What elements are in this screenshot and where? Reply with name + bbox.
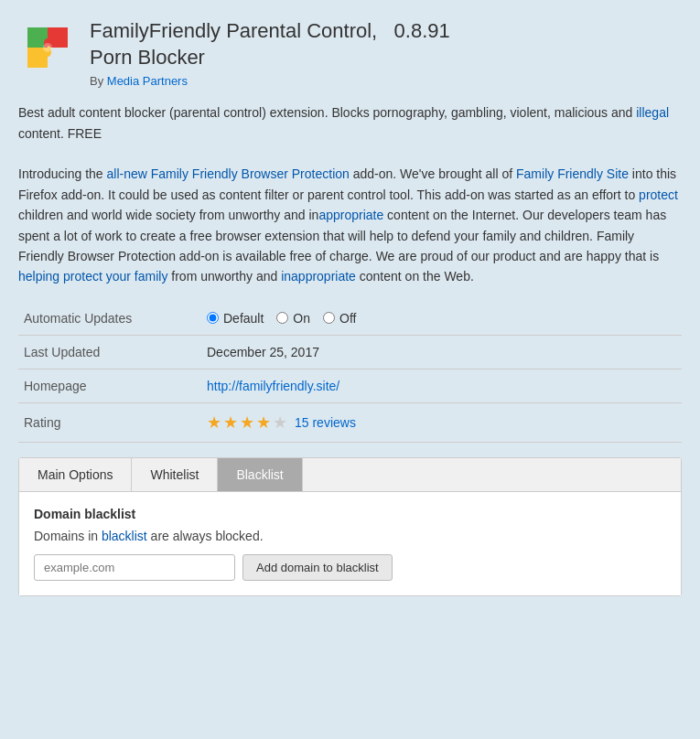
- radio-default-input[interactable]: [207, 312, 219, 324]
- tab-main-options[interactable]: Main Options: [19, 458, 132, 491]
- rating-row: Rating ★ ★ ★ ★ ★ 15 reviews: [18, 402, 682, 442]
- author-line: By Media Partners: [90, 74, 450, 88]
- radio-on[interactable]: On: [276, 311, 310, 326]
- author-link[interactable]: Media Partners: [107, 74, 188, 88]
- header: FamilyFriendly Parental Control, 0.8.91P…: [18, 18, 682, 88]
- homepage-value: http://familyfriendly.site/: [201, 369, 682, 402]
- highlight-helping: helping protect your family: [18, 269, 167, 284]
- tab-blacklist[interactable]: Blacklist: [218, 458, 302, 491]
- radio-off-input[interactable]: [323, 312, 335, 324]
- tab-content-blacklist: Domain blacklist Domains in blacklist ar…: [19, 492, 681, 595]
- auto-updates-radio-group: Default On Off: [207, 311, 676, 326]
- tab-whitelist[interactable]: Whitelist: [132, 458, 218, 491]
- tabs-container: Main Options Whitelist Blacklist Domain …: [18, 457, 682, 596]
- radio-default[interactable]: Default: [207, 311, 264, 326]
- domain-blacklist-title: Domain blacklist: [34, 507, 666, 521]
- radio-on-label: On: [293, 311, 310, 326]
- radio-off[interactable]: Off: [323, 311, 356, 326]
- info-table: Automatic Updates Default On Off Last Up…: [18, 302, 682, 443]
- homepage-label: Homepage: [18, 369, 201, 402]
- tabs-header: Main Options Whitelist Blacklist: [19, 458, 681, 492]
- homepage-link[interactable]: http://familyfriendly.site/: [207, 379, 339, 393]
- highlight-protect: protect: [639, 187, 678, 202]
- rating-value: ★ ★ ★ ★ ★ 15 reviews: [201, 402, 682, 442]
- radio-on-input[interactable]: [276, 312, 288, 324]
- auto-updates-row: Automatic Updates Default On Off: [18, 302, 682, 336]
- highlight-site: Family Friendly Site: [516, 166, 629, 181]
- radio-off-label: Off: [339, 311, 356, 326]
- star-5: ★: [273, 412, 287, 433]
- highlight-allfamily: all-new Family Friendly Browser Protecti…: [107, 166, 350, 181]
- reviews-link[interactable]: 15 reviews: [295, 415, 356, 430]
- star-2: ★: [223, 412, 238, 433]
- last-updated-value: December 25, 2017: [201, 335, 682, 369]
- domain-blacklist-section: Domain blacklist Domains in blacklist ar…: [34, 507, 666, 581]
- description-line1: Best adult content blocker (parental con…: [18, 102, 682, 144]
- auto-updates-value: Default On Off: [201, 302, 682, 336]
- auto-updates-label: Automatic Updates: [18, 302, 201, 336]
- blacklist-highlight: blacklist: [102, 529, 147, 543]
- star-4-half: ★: [256, 412, 271, 433]
- add-domain-button[interactable]: Add domain to blacklist: [242, 554, 393, 581]
- svg-point-0: [43, 43, 52, 52]
- description-line2: Introducing the all-new Family Friendly …: [18, 164, 682, 286]
- description-block: Best adult content blocker (parental con…: [18, 102, 682, 287]
- domain-input-row: Add domain to blacklist: [34, 554, 666, 581]
- homepage-row: Homepage http://familyfriendly.site/: [18, 369, 682, 402]
- header-text: FamilyFriendly Parental Control, 0.8.91P…: [90, 18, 450, 88]
- by-label: By: [90, 74, 103, 88]
- app-logo: [18, 18, 77, 77]
- app-title: FamilyFriendly Parental Control, 0.8.91P…: [90, 18, 450, 70]
- highlight-inappropriate2: inappropriate: [281, 269, 356, 284]
- rating-label: Rating: [18, 402, 201, 442]
- domain-blacklist-desc: Domains in blacklist are always blocked.: [34, 529, 666, 543]
- rating-stars: ★ ★ ★ ★ ★ 15 reviews: [207, 412, 676, 433]
- highlight-illegal: illegal: [636, 105, 669, 120]
- radio-default-label: Default: [223, 311, 264, 326]
- domain-input[interactable]: [34, 554, 235, 581]
- highlight-appropriate: appropriate: [318, 208, 383, 222]
- last-updated-label: Last Updated: [18, 335, 201, 369]
- last-updated-row: Last Updated December 25, 2017: [18, 335, 682, 369]
- star-3: ★: [240, 412, 254, 433]
- star-1: ★: [207, 412, 221, 433]
